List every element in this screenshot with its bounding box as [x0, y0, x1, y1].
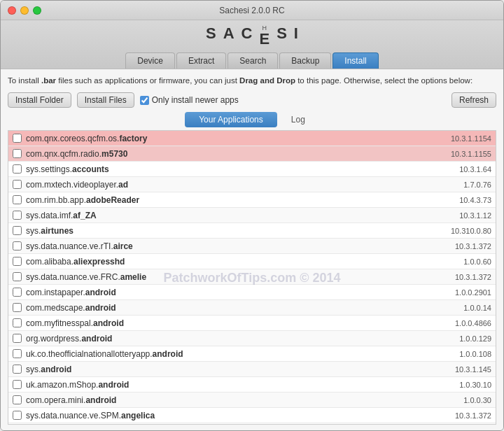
list-item[interactable]: com.instapaper.android1.0.0.2901: [8, 285, 496, 300]
row-checkbox[interactable]: [13, 288, 22, 297]
row-checkbox[interactable]: [13, 164, 22, 174]
logo-i: I: [294, 24, 298, 48]
sub-tabs: Your Applications Log: [8, 112, 496, 127]
list-item[interactable]: com.qnx.qcfm.radio.m573010.3.1.1155: [8, 146, 496, 162]
list-item[interactable]: com.medscape.android1.0.0.14: [8, 300, 496, 316]
install-files-button[interactable]: Install Files: [77, 92, 134, 108]
list-item[interactable]: sys.settings.accounts10.3.1.64: [8, 162, 496, 177]
logo-space4: [271, 24, 275, 48]
tab-backup[interactable]: Backup: [279, 52, 331, 69]
logo-s: S: [206, 24, 216, 48]
install-folder-button[interactable]: Install Folder: [8, 92, 71, 108]
row-version: 1.0.0.4866: [435, 319, 491, 327]
traffic-lights: [8, 6, 41, 15]
row-version: 10.310.0.80: [435, 227, 491, 235]
row-version: 1.7.0.76: [435, 181, 491, 189]
row-name: sys.data.nuance.ve.SPM.angelica: [26, 411, 435, 421]
list-item[interactable]: sys.data.imf.af_ZA10.3.1.12: [8, 208, 496, 223]
row-checkbox[interactable]: [13, 272, 22, 281]
row-checkbox[interactable]: [13, 149, 22, 158]
row-checkbox[interactable]: [13, 134, 22, 143]
list-item[interactable]: uk.amazon.mShop.android1.0.30.10: [8, 377, 496, 393]
list-item[interactable]: com.alibaba.aliexpresshd1.0.0.60: [8, 254, 496, 269]
sub-tab-your-apps[interactable]: Your Applications: [185, 112, 277, 127]
list-item[interactable]: org.wordpress.android1.0.0.129: [8, 331, 496, 346]
description-text: To install .bar files such as applicatio…: [8, 75, 496, 87]
tab-extract[interactable]: Extract: [176, 52, 226, 69]
row-name: uk.co.theofficialnationallotteryapp.andr…: [26, 349, 435, 359]
row-checkbox[interactable]: [13, 180, 22, 189]
row-version: 10.3.1.372: [435, 411, 491, 420]
tab-install[interactable]: Install: [332, 52, 378, 69]
row-name: com.mxtech.videoplayer.ad: [26, 180, 435, 190]
list-item[interactable]: com.opera.mini.android1.0.0.30: [8, 393, 496, 408]
row-name: com.rim.bb.app.adobeReader: [26, 195, 435, 205]
list-item[interactable]: com.myfitnesspal.android1.0.0.4866: [8, 316, 496, 331]
title-bar: Sachesi 2.0.0 RC: [1, 1, 503, 20]
row-checkbox[interactable]: [13, 226, 22, 235]
list-item[interactable]: sys.data.nuance.ve.SPM.angelica10.3.1.37…: [8, 408, 496, 423]
refresh-button[interactable]: Refresh: [451, 92, 496, 108]
newer-apps-checkbox[interactable]: [140, 96, 149, 105]
row-version: 10.3.1.1155: [435, 150, 491, 158]
list-item[interactable]: sys.data.nuance.ve.rTI.airce10.3.1.372: [8, 239, 496, 254]
row-checkbox[interactable]: [13, 334, 22, 343]
list-item[interactable]: com.mxtech.videoplayer.ad1.7.0.76: [8, 177, 496, 192]
row-version: 1.0.0.60: [435, 257, 491, 266]
row-checkbox[interactable]: [13, 303, 22, 312]
logo-a: A: [223, 24, 234, 48]
list-item[interactable]: uk.co.theofficialnationallotteryapp.andr…: [8, 346, 496, 362]
row-name: com.myfitnesspal.android: [26, 318, 435, 328]
row-version: 1.0.0.129: [435, 334, 491, 343]
logo-space5: [288, 24, 293, 48]
row-version: 1.0.0.14: [435, 304, 491, 312]
maximize-button[interactable]: [33, 6, 41, 15]
logo-c: C: [241, 24, 253, 48]
row-version: 10.3.1.12: [435, 211, 491, 220]
row-name: uk.amazon.mShop.android: [26, 380, 435, 390]
row-checkbox[interactable]: [13, 195, 22, 204]
toolbar: Install Folder Install Files Only instal…: [8, 92, 496, 108]
row-version: 1.0.0.2901: [435, 288, 491, 297]
row-checkbox[interactable]: [13, 349, 22, 358]
row-name: sys.data.imf.af_ZA: [26, 211, 435, 220]
row-checkbox[interactable]: [13, 257, 22, 266]
window-title: Sachesi 2.0.0 RC: [219, 6, 284, 15]
row-name: com.opera.mini.android: [26, 395, 435, 405]
close-button[interactable]: [8, 6, 16, 15]
row-name: sys.android: [26, 365, 435, 374]
nav-bar: S A C H E S I Device Extract Search Back…: [1, 20, 503, 69]
tab-device[interactable]: Device: [125, 52, 175, 69]
row-name: sys.data.nuance.ve.rTI.airce: [26, 241, 435, 251]
list-item[interactable]: sys.android10.3.1.145: [8, 362, 496, 377]
row-name: sys.settings.accounts: [26, 164, 435, 174]
row-checkbox[interactable]: [13, 318, 22, 327]
list-item[interactable]: com.qnx.coreos.qcfm.os.factory10.3.1.115…: [8, 131, 496, 146]
row-checkbox[interactable]: [13, 411, 22, 420]
sub-tab-log[interactable]: Log: [277, 112, 319, 127]
row-version: 1.0.0.108: [435, 350, 491, 358]
list-item[interactable]: sys.airtunes10.310.0.80: [8, 223, 496, 239]
logo-s2: S: [276, 24, 287, 48]
row-name: com.qnx.qcfm.radio.m5730: [26, 149, 435, 159]
row-name: com.qnx.coreos.qcfm.os.factory: [26, 134, 435, 143]
row-checkbox[interactable]: [13, 241, 22, 250]
logo-space3: [253, 24, 258, 48]
row-checkbox[interactable]: [13, 365, 22, 374]
app-logo: S A C H E S I: [1, 24, 503, 48]
row-checkbox[interactable]: [13, 395, 22, 404]
newer-apps-checkbox-label[interactable]: Only install newer apps: [140, 95, 239, 105]
row-name: org.wordpress.android: [26, 334, 435, 344]
row-checkbox[interactable]: [13, 380, 22, 389]
row-name: com.medscape.android: [26, 303, 435, 313]
list-item[interactable]: com.rim.bb.app.adobeReader10.4.3.73: [8, 192, 496, 208]
app-list[interactable]: PatchworkOfTips.com © 2014 com.qnx.coreo…: [8, 130, 496, 425]
tab-search[interactable]: Search: [227, 52, 278, 69]
minimize-button[interactable]: [20, 6, 29, 15]
row-checkbox[interactable]: [13, 211, 22, 220]
main-window: Sachesi 2.0.0 RC S A C H E S I Device Ex…: [0, 0, 504, 431]
logo-h-container: H E: [259, 24, 270, 48]
row-version: 10.3.1.145: [435, 365, 491, 374]
list-item[interactable]: sys.data.nuance.ve.FRC.amelie10.3.1.372: [8, 269, 496, 285]
main-tabs: Device Extract Search Backup Install: [1, 52, 503, 69]
